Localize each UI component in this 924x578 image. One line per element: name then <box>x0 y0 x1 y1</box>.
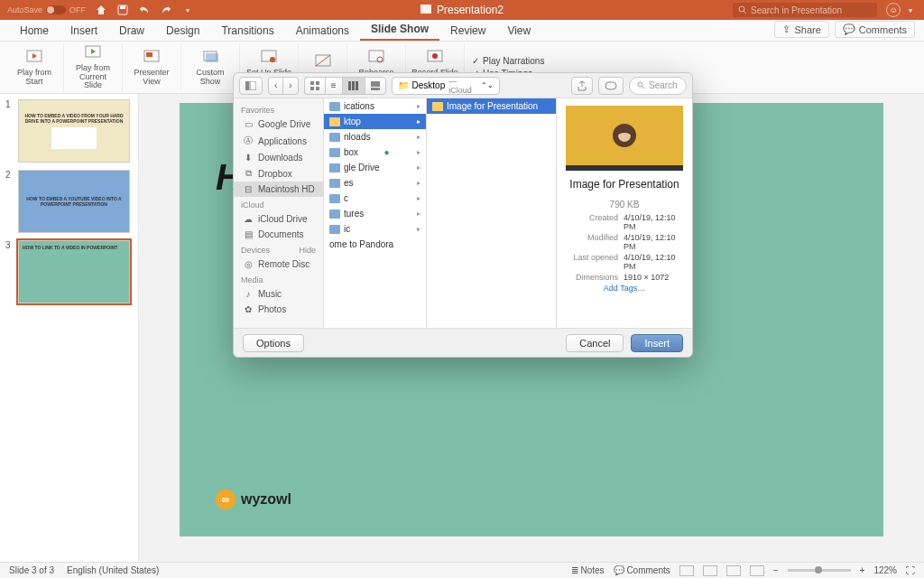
undo-icon[interactable] <box>138 4 151 16</box>
search-presentation-input[interactable]: Search in Presentation <box>733 3 877 17</box>
list-item[interactable]: es▸ <box>324 175 426 191</box>
reading-view-icon[interactable] <box>726 565 741 576</box>
list-item[interactable]: box●▸ <box>324 144 426 160</box>
slide-thumbnail[interactable]: HOW TO EMBED A YOUTUBE VIDEO INTO A POWE… <box>18 170 130 233</box>
autosave-toggle[interactable]: AutoSave OFF <box>7 5 86 14</box>
slide-thumbnail[interactable]: HOW TO LINK TO A VIDEO IN POWERPOINT <box>18 240 130 303</box>
presenter-view-button[interactable]: Presenter View <box>123 43 181 91</box>
fit-to-window-icon[interactable]: ⛶ <box>906 565 915 575</box>
view-icons-button[interactable] <box>304 77 325 95</box>
options-button[interactable]: Options <box>243 334 304 352</box>
comments-button[interactable]: 💬Comments <box>835 21 915 38</box>
cloud-icon: ☁ <box>243 214 254 224</box>
avatar-icon <box>613 124 636 147</box>
language-indicator[interactable]: English (United States) <box>67 565 159 575</box>
svg-rect-21 <box>310 81 314 85</box>
feedback-icon[interactable]: ☺ <box>886 3 901 17</box>
preview-image <box>566 106 683 171</box>
tab-animations[interactable]: Animations <box>285 21 360 41</box>
list-item[interactable]: Image for Presentation <box>427 98 556 114</box>
sidebar-item-google-drive[interactable]: ▭Google Drive <box>234 117 323 132</box>
tab-view[interactable]: View <box>496 21 541 41</box>
tab-review[interactable]: Review <box>439 21 496 41</box>
hide-button[interactable]: Hide <box>299 246 316 255</box>
add-tags-button[interactable]: Add Tags… <box>604 284 645 293</box>
music-icon: ♪ <box>243 289 254 299</box>
svg-rect-2 <box>420 5 431 14</box>
play-from-start-button[interactable]: Play from Start <box>5 43 64 91</box>
chevron-down-icon[interactable]: ▾ <box>181 4 194 16</box>
nav-back-button[interactable]: ‹ <box>268 77 282 95</box>
chevron-down-icon[interactable]: ▾ <box>904 4 917 16</box>
list-item[interactable]: tures▸ <box>324 206 426 221</box>
slideshow-view-icon[interactable] <box>750 565 764 576</box>
sidebar-item-photos[interactable]: ✿Photos <box>234 302 323 317</box>
toggle-sidebar-button[interactable] <box>239 77 263 95</box>
preview-filename: Image for Presentation <box>569 178 679 191</box>
tab-transitions[interactable]: Transitions <box>210 21 284 41</box>
svg-line-32 <box>642 87 645 89</box>
folder-icon <box>329 102 340 111</box>
nav-forward-button[interactable]: › <box>282 77 298 95</box>
tags-button[interactable] <box>598 77 624 95</box>
share-button[interactable] <box>571 77 593 95</box>
svg-rect-30 <box>605 82 616 89</box>
notes-button[interactable]: ≣ Notes <box>571 565 605 575</box>
dialog-search-input[interactable]: Search <box>629 77 687 95</box>
list-item[interactable]: gle Drive▸ <box>324 160 426 175</box>
search-icon <box>637 81 645 89</box>
zoom-slider[interactable] <box>788 569 851 572</box>
list-item[interactable]: nloads▸ <box>324 129 426 144</box>
wyzowl-logo: ∞wyzowl <box>216 489 291 509</box>
list-item[interactable]: ic▸ <box>324 221 426 237</box>
list-item[interactable]: ktop▸ <box>324 114 426 129</box>
slide-thumbnail[interactable]: HOW TO EMBED A VIDEO FROM YOUR HARD DRIV… <box>18 99 130 163</box>
sidebar-header-favorites: Favorites <box>234 102 323 117</box>
list-item[interactable]: ications▸ <box>324 98 426 114</box>
sidebar-item-downloads[interactable]: ⬇Downloads <box>234 150 323 165</box>
svg-rect-10 <box>206 53 218 62</box>
sidebar-item-music[interactable]: ♪Music <box>234 286 323 302</box>
insert-button[interactable]: Insert <box>631 334 683 352</box>
column-1: ications▸ ktop▸ nloads▸ box●▸ gle Drive▸… <box>324 98 427 328</box>
view-gallery-button[interactable] <box>365 77 386 95</box>
view-columns-button[interactable] <box>342 77 365 95</box>
zoom-level[interactable]: 122% <box>873 565 897 575</box>
tab-draw[interactable]: Draw <box>108 21 155 41</box>
sidebar-item-applications[interactable]: ⒶApplications <box>234 132 323 150</box>
zoom-out-button[interactable]: − <box>773 565 779 575</box>
tab-insert[interactable]: Insert <box>60 21 108 41</box>
play-from-current-button[interactable]: Play from Current Slide <box>64 43 123 91</box>
sorter-view-icon[interactable] <box>703 565 717 576</box>
normal-view-icon[interactable] <box>679 565 694 576</box>
save-icon[interactable] <box>116 4 129 16</box>
svg-rect-19 <box>245 81 249 90</box>
sidebar-item-icloud-drive[interactable]: ☁iCloud Drive <box>234 211 323 227</box>
sidebar-item-remote-disc[interactable]: ◎Remote Disc <box>234 256 323 272</box>
sidebar-item-dropbox[interactable]: ⧉Dropbox <box>234 165 323 182</box>
sidebar-header-media: Media <box>234 272 323 286</box>
home-icon[interactable] <box>95 4 107 16</box>
location-dropdown[interactable]: 📁 Desktop — iCloud ⌃⌄ <box>392 77 500 95</box>
sidebar-item-macintosh-hd[interactable]: ⊟Macintosh HD <box>234 182 323 197</box>
svg-line-4 <box>744 11 746 14</box>
tab-design[interactable]: Design <box>155 21 210 41</box>
zoom-in-button[interactable]: + <box>860 565 865 575</box>
cancel-button[interactable]: Cancel <box>566 334 624 352</box>
svg-line-14 <box>316 55 330 66</box>
redo-icon[interactable] <box>160 4 172 16</box>
tab-slide-show[interactable]: Slide Show <box>360 19 439 41</box>
list-item[interactable]: c▸ <box>324 191 426 206</box>
custom-show-button[interactable]: Custom Show <box>181 43 240 91</box>
svg-point-12 <box>270 57 275 62</box>
view-list-button[interactable]: ≡ <box>325 77 342 95</box>
share-button[interactable]: ⇪Share <box>774 21 828 38</box>
sidebar-item-documents[interactable]: ▤Documents <box>234 227 323 242</box>
folder-icon <box>329 179 340 188</box>
play-narrations-checkbox[interactable]: ✓Play Narrations <box>472 56 544 66</box>
list-item[interactable]: ome to Pandora <box>324 237 426 252</box>
comments-button[interactable]: 💬 Comments <box>614 565 670 575</box>
svg-point-18 <box>432 53 438 59</box>
tab-home[interactable]: Home <box>9 21 60 41</box>
dialog-toolbar: ‹ › ≡ 📁 Desktop — iCloud ⌃⌄ Search <box>234 73 692 98</box>
